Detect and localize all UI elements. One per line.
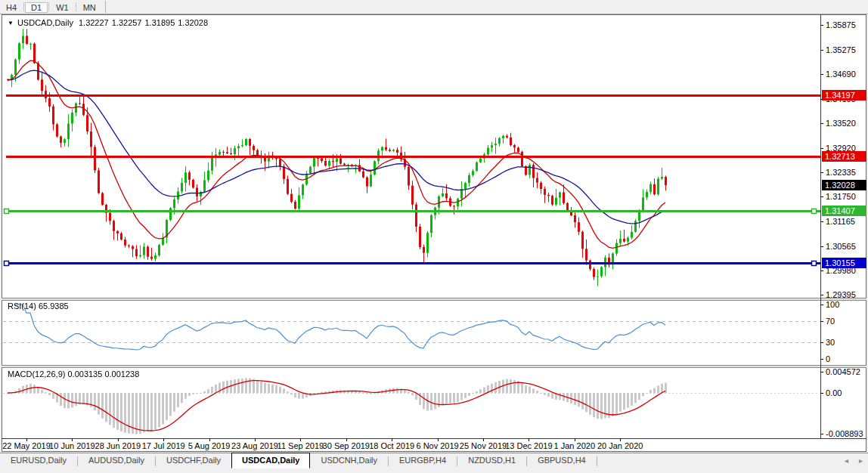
axis-tick: [575, 438, 575, 441]
axis-tick: [820, 305, 823, 305]
price-axis-label: 1.29395: [826, 290, 856, 299]
chart-tab-usdcnh[interactable]: USDCNH,Daily: [310, 453, 388, 468]
ohlc-low-value: 1.31895: [144, 18, 175, 27]
tab-scroll-left-icon[interactable]: ◂: [839, 453, 854, 465]
timeframe-tab-d1[interactable]: D1: [25, 2, 48, 13]
chart-tab-usdchf[interactable]: USDCHF,Daily: [156, 453, 231, 468]
price-axis-label: 1.33520: [826, 119, 856, 128]
axis-tick: [820, 25, 823, 26]
date-axis-label: 23 Aug 2019: [231, 441, 278, 450]
axis-tick: [118, 438, 119, 441]
chart-title-bar: ▼USDCAD,Daily 1.322271.322571.318951.320…: [8, 18, 211, 27]
price-axis-label: 1.35875: [826, 20, 856, 29]
axis-tick: [820, 321, 823, 322]
date-axis-label: 20 Jan 2020: [597, 441, 643, 450]
date-axis-label: 1 Jan 2020: [554, 441, 595, 450]
axis-tick: [820, 393, 823, 394]
date-axis-label: 28 Jun 2019: [95, 441, 141, 450]
toolbar-separator: [76, 2, 76, 11]
price-level-badge: 1.34197: [822, 90, 866, 100]
timeframe-tab-w1[interactable]: W1: [50, 2, 75, 13]
axis-tick: [820, 196, 823, 197]
ohlc-close-value: 1.32028: [178, 18, 208, 27]
axis-tick: [346, 438, 347, 441]
ohlc-high-value: 1.32257: [112, 18, 142, 27]
axis-tick: [300, 438, 301, 441]
axis-tick: [820, 359, 823, 360]
main-chart-canvas[interactable]: [2, 14, 820, 298]
date-axis-label: 18 Oct 2019: [369, 441, 414, 450]
collapse-chart-icon[interactable]: ▼: [8, 20, 14, 26]
ohlc-open-value: 1.32227: [79, 18, 109, 27]
macd-axis-label: -0.008893: [826, 429, 863, 438]
date-axis-label: 25 Nov 2019: [460, 441, 507, 450]
time-axis[interactable]: 22 May 201910 Jun 201928 Jun 201917 Jul …: [2, 439, 820, 452]
price-axis-line: [820, 14, 821, 438]
timeframe-toolbar: H4 D1 W1 MN: [0, 0, 868, 14]
chart-tab-nzdusd[interactable]: NZDUSD,H1: [457, 453, 526, 468]
macd-axis-label: 0.00: [826, 388, 842, 397]
price-axis-label: 1.30565: [826, 242, 856, 251]
axis-tick: [483, 438, 484, 441]
toolbar-group-separator: [105, 1, 106, 13]
price-axis-label: 1.31165: [826, 217, 855, 226]
axis-tick: [620, 438, 621, 441]
tab-scroll-right-icon[interactable]: ▸: [854, 453, 868, 465]
price-level-badge: 1.31407: [822, 206, 866, 216]
axis-tick: [820, 148, 823, 149]
price-level-badge: 1.30155: [822, 258, 866, 268]
date-axis-label: 11 Sep 2019: [277, 441, 324, 450]
date-axis-label: 17 Jul 2019: [142, 441, 185, 450]
axis-tick: [529, 438, 529, 441]
axis-tick: [820, 342, 823, 343]
axis-tick: [26, 438, 27, 441]
chart-tab-eurgbp[interactable]: EURGBP,H4: [389, 453, 457, 468]
rsi-axis-label: 0: [826, 354, 830, 363]
price-axis-label: 1.34690: [826, 70, 856, 79]
axis-tick: [72, 438, 73, 441]
axis-tick: [820, 123, 823, 124]
mt4-application-window: H4 D1 W1 MN ▼USDCAD,Daily 1.322271.32257…: [0, 0, 868, 473]
chart-tab-usdcad[interactable]: USDCAD,Daily: [231, 453, 310, 468]
toolbar-separator: [48, 2, 49, 11]
date-axis-label: 22 May 2019: [2, 441, 51, 450]
axis-tick: [820, 74, 823, 75]
price-axis-label: 1.31750: [826, 192, 856, 201]
macd-axis-label: 0.004572: [826, 367, 860, 376]
rsi-indicator-canvas[interactable]: [2, 301, 820, 365]
axis-tick: [209, 438, 210, 441]
price-level-badge: 1.32028: [822, 180, 866, 190]
date-axis-label: 13 Dec 2019: [505, 441, 552, 450]
timeframe-tab-h4[interactable]: H4: [0, 2, 23, 13]
rsi-axis-label: 100: [826, 300, 839, 309]
axis-tick: [392, 438, 392, 441]
rsi-label: RSI(14) 65.9385: [8, 301, 69, 311]
price-axis-label: 1.35275: [826, 45, 856, 54]
axis-tick: [820, 172, 823, 173]
chart-tab-audusd[interactable]: AUDUSD,Daily: [78, 453, 155, 468]
axis-tick: [438, 438, 439, 441]
date-axis-label: 30 Sep 2019: [323, 441, 370, 450]
macd-panel-splitter[interactable]: [2, 365, 866, 368]
price-level-badge: 1.32713: [822, 151, 866, 162]
chart-tab-gbpusd[interactable]: GBPUSD,H4: [527, 453, 597, 468]
rsi-axis-label: 70: [826, 317, 835, 326]
axis-tick: [820, 372, 823, 373]
date-axis-label: 10 Jun 2019: [49, 441, 95, 450]
tab-separator: [597, 456, 597, 466]
chart-tab-eurusd[interactable]: EURUSD,Daily: [0, 453, 77, 468]
axis-tick: [255, 438, 256, 441]
chart-tab-bar: EURUSD,Daily AUDUSD,Daily USDCHF,Daily U…: [0, 453, 868, 473]
date-axis-label: 5 Aug 2019: [188, 441, 231, 450]
axis-tick: [163, 438, 164, 441]
axis-tick: [820, 246, 823, 247]
axis-tick: [820, 50, 823, 51]
axis-tick: [820, 221, 823, 222]
toolbar-separator: [23, 2, 24, 11]
axis-tick: [820, 295, 823, 295]
macd-label: MACD(12,26,9) 0.003135 0.001238: [8, 369, 139, 379]
rsi-axis-label: 30: [826, 338, 835, 347]
timeframe-tab-mn[interactable]: MN: [77, 2, 102, 13]
rsi-panel-splitter[interactable]: [2, 298, 866, 301]
axis-tick: [820, 271, 823, 271]
